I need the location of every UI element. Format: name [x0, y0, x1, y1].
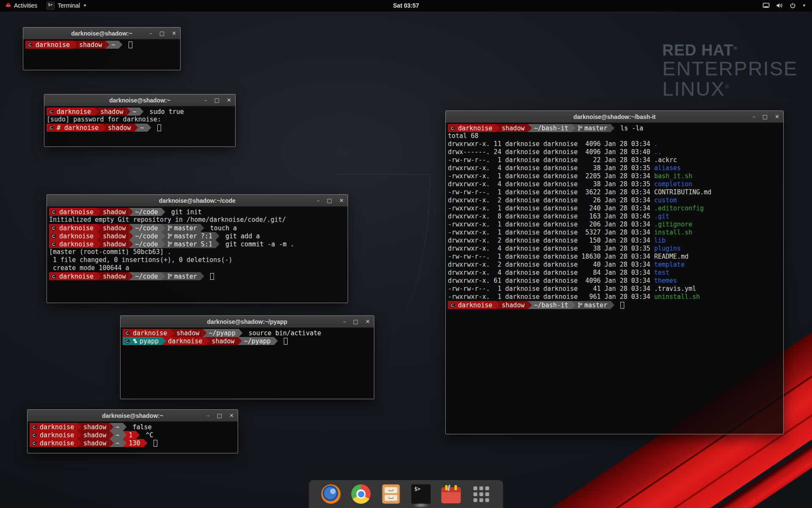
ls-row-name: README.md	[654, 253, 689, 260]
power-icon[interactable]	[790, 3, 796, 9]
terminal-content[interactable]: darknoiseshadow~/pyappsource bin/activat…	[121, 328, 374, 399]
chevron-down-icon[interactable]: ▼	[802, 3, 806, 8]
app-grid-icon-part	[485, 486, 489, 490]
ls-row-name: .ackrc	[654, 156, 677, 164]
close-button[interactable]: ✕	[339, 198, 344, 203]
terminal-cursor	[284, 338, 288, 345]
ls-row-meta: drwxrwxr-x. 2 darknoise darknoise 40 Jan…	[448, 261, 654, 268]
distro-swirl-icon	[51, 234, 56, 239]
app-grid-icon[interactable]	[471, 484, 491, 504]
window-title: darknoise@shadow:~/code	[47, 197, 348, 204]
window-titlebar[interactable]: darknoise@shadow:~/code–□✕	[47, 195, 348, 207]
ls-row-meta: drwxrwxr-x. 4 darknoise darknoise 38 Jan…	[448, 245, 654, 252]
close-button[interactable]: ✕	[229, 413, 234, 418]
terminal-content[interactable]: darknoiseshadow~/codegit initInitialized…	[47, 207, 348, 303]
files-icon-part	[385, 495, 398, 501]
display-icon[interactable]	[763, 3, 770, 8]
prompt-segment-git: master	[162, 272, 200, 280]
maximize-button[interactable]: □	[327, 198, 332, 203]
command-text: false	[133, 423, 152, 431]
volume-icon[interactable]	[776, 3, 783, 8]
ls-row-name: lib	[654, 237, 666, 244]
prompt-segment-host: shadow	[97, 232, 129, 240]
terminal-window[interactable]: darknoise@shadow:~/code–□✕darknoiseshado…	[47, 194, 348, 303]
powerline-separator-icon	[136, 431, 140, 439]
terminal-cursor	[157, 124, 161, 131]
distro-swirl-icon	[49, 109, 54, 114]
files-icon[interactable]	[381, 484, 401, 504]
minimize-button[interactable]: –	[207, 413, 210, 418]
ls-row-name: custom	[654, 196, 677, 204]
powerline-separator-icon	[216, 240, 219, 248]
prompt-segment-path: ~/code	[129, 272, 161, 280]
chrome-icon-part	[357, 489, 366, 499]
firefox-icon[interactable]	[321, 484, 341, 504]
ls-row: drwxrwxr-x. 2 darknoise darknoise 40 Jan…	[448, 261, 783, 269]
app-menu-terminal[interactable]: $> Terminal ▼	[42, 0, 91, 11]
distro-swirl-icon	[125, 331, 130, 336]
terminal-content[interactable]: darknoiseshadow~	[23, 39, 180, 70]
app-grid-icon-part	[473, 498, 477, 502]
maximize-button[interactable]: □	[763, 114, 768, 119]
output-line: Initialized empty Git repository in /hom…	[49, 216, 348, 224]
ls-row: drwx------. 24 darknoise darknoise 4096 …	[448, 148, 783, 156]
toolbox-icon[interactable]	[441, 484, 461, 504]
terminal-window[interactable]: darknoise@shadow:~/pyapp–□✕darknoiseshad…	[120, 315, 374, 399]
terminal-cursor	[210, 273, 214, 280]
ls-row-meta: drwxrwxr-x. 11 darknoise darknoise 4096 …	[448, 140, 654, 148]
terminal-window[interactable]: darknoise@shadow:~/bash-it–□✕darknoisesh…	[445, 110, 784, 434]
close-button[interactable]: ✕	[775, 114, 779, 119]
ls-row: drwxrwxr-x. 11 darknoise darknoise 4096 …	[448, 140, 783, 148]
powerline-separator-icon	[200, 272, 204, 280]
window-titlebar[interactable]: darknoise@shadow:~–□✕	[23, 28, 180, 39]
powerline-separator-icon	[239, 329, 243, 337]
prompt-segment-path: ~/pyapp	[238, 337, 274, 345]
clock[interactable]: Sat 03:57	[393, 2, 419, 9]
window-titlebar[interactable]: darknoise@shadow:~/pyapp–□✕	[121, 316, 374, 328]
chrome-icon-part	[351, 484, 371, 504]
brand-line-3: LINUX®	[662, 79, 798, 99]
prompt-segment-user: darknoise	[49, 224, 97, 232]
minimize-button[interactable]: –	[204, 97, 207, 103]
app-grid-icon-part	[479, 498, 483, 502]
ls-row: -rw-rw-r--. 1 darknoise darknoise 41 Jan…	[448, 285, 783, 293]
maximize-button[interactable]: □	[217, 413, 222, 418]
minimize-button[interactable]: –	[317, 198, 320, 203]
ls-row: -rwxrwxr-x. 1 darknoise darknoise 961 Ja…	[448, 293, 783, 301]
close-button[interactable]: ✕	[172, 30, 176, 36]
terminal-content[interactable]: darknoiseshadow~sudo true[sudo] password…	[44, 106, 235, 146]
chevron-down-icon: ▼	[83, 3, 87, 8]
window-titlebar[interactable]: darknoise@shadow:~–□✕	[27, 410, 238, 422]
activities-label: Activities	[14, 2, 37, 9]
close-button[interactable]: ✕	[227, 97, 231, 103]
terminal-content[interactable]: darknoiseshadow~/bash-itmasterls -latota…	[446, 123, 783, 434]
distro-swirl-icon	[32, 441, 37, 446]
maximize-button[interactable]: □	[159, 30, 165, 36]
prompt-segment-user: darknoise	[49, 240, 97, 248]
maximize-button[interactable]: □	[353, 319, 358, 324]
chrome-icon[interactable]	[351, 484, 371, 504]
window-titlebar[interactable]: darknoise@shadow:~–□✕	[44, 94, 235, 106]
terminal-window[interactable]: darknoise@shadow:~–□✕darknoiseshadow~sud…	[44, 94, 236, 147]
maximize-button[interactable]: □	[214, 97, 219, 103]
desktop: RED HAT® ENTERPRISE LINUX® darknoise@sha…	[0, 0, 812, 508]
prompt-line: darknoiseshadow~false	[30, 423, 238, 431]
ls-row: -rwxrwxr-x. 1 darknoise darknoise 206 Ja…	[448, 221, 783, 229]
minimize-button[interactable]: –	[343, 319, 346, 324]
terminal-content[interactable]: darknoiseshadow~falsedarknoiseshadow~1^C…	[27, 422, 238, 453]
minimize-button[interactable]: –	[149, 30, 152, 36]
terminal-icon[interactable]: $>	[411, 484, 431, 504]
terminal-window[interactable]: darknoise@shadow:~–□✕darknoiseshadow~fal…	[27, 409, 238, 453]
terminal-app-icon: $>	[47, 2, 55, 10]
activities-button[interactable]: Activities	[0, 0, 42, 11]
minimize-button[interactable]: –	[752, 114, 755, 119]
window-titlebar[interactable]: darknoise@shadow:~/bash-it–□✕	[446, 111, 783, 123]
terminal-window[interactable]: darknoise@shadow:~–□✕darknoiseshadow~	[23, 27, 181, 70]
window-controls: –□✕	[207, 410, 234, 421]
window-controls: –□✕	[317, 195, 344, 206]
prompt-segment-host: shadow	[77, 423, 110, 431]
prompt-line: darknoiseshadow~/pyappsource bin/activat…	[123, 329, 374, 337]
distro-swirl-icon	[51, 242, 56, 247]
ls-row-meta: drwxrwxr-x. 8 darknoise darknoise 163 Ja…	[448, 213, 654, 220]
close-button[interactable]: ✕	[365, 319, 370, 324]
